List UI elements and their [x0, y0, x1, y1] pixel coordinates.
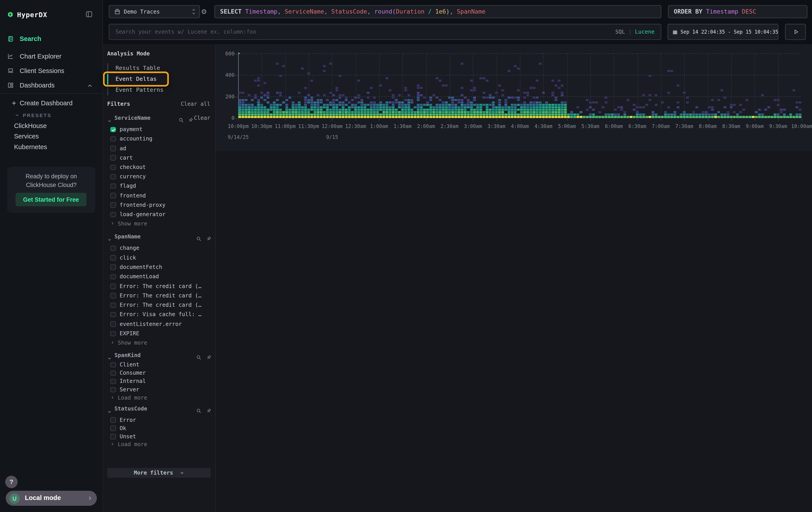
sidebar-item-dashboards[interactable]: Dashboards: [20, 82, 55, 89]
checkbox[interactable]: [110, 387, 116, 392]
search-icon[interactable]: [179, 115, 184, 125]
filter-option-checkout[interactable]: checkout: [120, 164, 146, 170]
checkbox[interactable]: [110, 246, 116, 251]
create-dashboard-button[interactable]: Create Dashboard: [20, 100, 73, 107]
gear-icon[interactable]: ⚙: [201, 8, 207, 16]
show-more-link[interactable]: Load more: [110, 441, 147, 448]
sidebar-collapse-icon[interactable]: [85, 10, 93, 18]
query-language-toggle[interactable]: SQL | Lucene: [615, 24, 655, 39]
checkbox[interactable]: [110, 312, 116, 317]
pin-icon[interactable]: [188, 115, 193, 125]
checkbox[interactable]: [110, 302, 116, 308]
filter-option-ad[interactable]: ad: [120, 145, 126, 151]
chevron-down-icon[interactable]: [107, 115, 112, 125]
checkbox[interactable]: [110, 379, 116, 384]
analysis-mode-item-results-table[interactable]: Results Table: [115, 64, 160, 71]
filter-option-internal[interactable]: Internal: [120, 378, 146, 384]
mode-sql[interactable]: SQL: [615, 28, 625, 35]
search-icon[interactable]: [196, 234, 201, 243]
filter-option-accounting[interactable]: accounting: [120, 135, 152, 141]
filter-option-unset[interactable]: Unset: [120, 433, 136, 439]
filter-option-click[interactable]: click: [120, 254, 136, 261]
checkbox[interactable]: [110, 145, 116, 151]
filter-option-currency[interactable]: currency: [120, 173, 146, 180]
heatmap-canvas[interactable]: [238, 49, 802, 118]
checkbox[interactable]: [110, 136, 116, 141]
show-more-link[interactable]: Show more: [110, 340, 147, 346]
more-filters-button[interactable]: More filters: [107, 468, 211, 478]
checkbox[interactable]: [110, 331, 116, 336]
checkbox[interactable]: [110, 255, 116, 261]
mode-lucene[interactable]: Lucene: [635, 28, 655, 35]
sidebar-item-search[interactable]: Search: [20, 35, 41, 43]
checkbox[interactable]: [110, 370, 116, 376]
chevron-down-icon[interactable]: [107, 234, 112, 244]
search-input[interactable]: Search your events w/ Lucene ex. column:…: [109, 24, 661, 40]
filter-clear-button[interactable]: Clear: [194, 114, 210, 120]
filter-option-expire[interactable]: EXPIRE: [120, 330, 139, 336]
filter-option-flagd[interactable]: flagd: [120, 183, 136, 189]
order-by-box[interactable]: ORDER BY Timestamp DESC: [668, 5, 808, 18]
filter-option-error-visa-cache-full-[interactable]: Error: Visa cache full: …: [120, 311, 201, 318]
filter-option-client[interactable]: Client: [120, 361, 139, 368]
source-select[interactable]: Demo Traces: [109, 5, 200, 18]
show-more-link[interactable]: Show more: [110, 220, 147, 226]
checkbox[interactable]: [110, 183, 116, 189]
checkbox-checked[interactable]: [110, 127, 116, 132]
checkbox[interactable]: [110, 321, 116, 327]
pin-icon[interactable]: [206, 406, 211, 415]
pin-icon[interactable]: [206, 234, 211, 243]
analysis-mode-item-event-patterns[interactable]: Event Patterns: [115, 86, 164, 93]
filter-option-consumer[interactable]: Consumer: [120, 370, 146, 376]
chevron-down-icon[interactable]: [107, 406, 112, 416]
checkbox[interactable]: [110, 193, 116, 198]
sidebar-item-client-sessions[interactable]: Client Sessions: [20, 68, 64, 75]
filter-option-frontend[interactable]: frontend: [120, 192, 146, 198]
pin-icon[interactable]: [206, 352, 211, 362]
filter-option-payment[interactable]: payment: [120, 126, 143, 132]
checkbox[interactable]: [110, 203, 116, 208]
user-menu[interactable]: U Local mode: [6, 491, 97, 506]
get-started-button[interactable]: Get Started for Free: [16, 193, 86, 206]
checkbox[interactable]: [110, 274, 116, 279]
search-icon[interactable]: [196, 406, 201, 415]
filter-option-documentfetch[interactable]: documentFetch: [120, 264, 162, 270]
run-query-button[interactable]: [785, 24, 806, 40]
checkbox[interactable]: [110, 417, 116, 423]
checkbox[interactable]: [110, 362, 116, 367]
sidebar-item-clickhouse[interactable]: ClickHouse: [14, 122, 47, 130]
help-button[interactable]: ?: [5, 476, 18, 488]
clear-all-button[interactable]: Clear all: [181, 101, 210, 107]
filter-option-frontend-proxy[interactable]: frontend-proxy: [120, 201, 166, 208]
checkbox[interactable]: [110, 164, 116, 170]
checkbox[interactable]: [110, 212, 116, 217]
checkbox[interactable]: [110, 284, 116, 289]
checkbox[interactable]: [110, 155, 116, 161]
show-more-link[interactable]: Load more: [110, 395, 147, 401]
checkbox[interactable]: [110, 434, 116, 439]
select-clause-box[interactable]: SELECT Timestamp, ServiceName, StatusCod…: [214, 5, 661, 18]
chevron-up-icon[interactable]: [87, 83, 93, 89]
filter-option-error-the-credit-card-[interactable]: Error: The credit card (…: [120, 302, 201, 308]
sidebar-item-chart-explorer[interactable]: Chart Explorer: [20, 53, 62, 60]
filter-option-documentload[interactable]: documentLoad: [120, 273, 159, 279]
filter-option-ok[interactable]: Ok: [120, 425, 126, 431]
sidebar-item-kubernetes[interactable]: Kubernetes: [14, 143, 47, 151]
filter-option-eventlistener-error[interactable]: eventListener.error: [120, 321, 182, 327]
filter-option-load-generator[interactable]: load-generator: [120, 211, 166, 217]
sidebar-item-services[interactable]: Services: [14, 133, 39, 140]
checkbox[interactable]: [110, 293, 116, 298]
checkbox[interactable]: [110, 425, 116, 431]
filter-option-error-the-credit-card-[interactable]: Error: The credit card (…: [120, 283, 201, 289]
filter-option-server[interactable]: Server: [120, 386, 139, 392]
time-range-picker[interactable]: Sep 14 22:04:35 - Sep 15 10:04:35: [667, 24, 778, 40]
presets-toggle[interactable]: PRESETS: [23, 112, 51, 118]
chevron-down-icon[interactable]: [107, 353, 112, 362]
filter-option-error-the-credit-card-[interactable]: Error: The credit card (…: [120, 292, 201, 298]
checkbox[interactable]: [110, 265, 116, 270]
filter-option-cart[interactable]: cart: [120, 154, 133, 161]
filter-option-error[interactable]: Error: [120, 416, 136, 423]
checkbox[interactable]: [110, 174, 116, 179]
filter-option-change[interactable]: change: [120, 245, 139, 251]
search-icon[interactable]: [196, 352, 201, 362]
